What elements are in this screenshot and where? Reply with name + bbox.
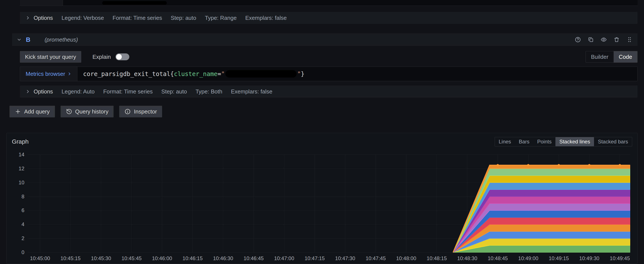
svg-text:0: 0 [22, 249, 24, 255]
panel-title: Graph [12, 138, 29, 145]
svg-text:10:46:30: 10:46:30 [213, 256, 233, 261]
query-b-editor: Metrics browser core_parsigdb_exit_total… [20, 66, 638, 81]
query-a-cropped-editor [20, 0, 638, 6]
query-ref-id: B [26, 36, 30, 43]
graph-canvas[interactable]: 0246810121410:45:0010:45:1510:45:3010:45… [12, 147, 632, 264]
svg-text:6: 6 [22, 207, 24, 213]
metric-name: core_parsigdb_exit_total [83, 70, 170, 77]
svg-text:2: 2 [22, 235, 24, 241]
svg-text:4: 4 [22, 221, 24, 227]
chevron-down-icon[interactable] [17, 37, 22, 42]
mode-points[interactable]: Points [533, 137, 556, 146]
graph-mode-group: Lines Bars Points Stacked lines Stacked … [495, 137, 632, 146]
svg-text:10:49:15: 10:49:15 [549, 256, 569, 261]
option-summary-type: Type: Range [205, 15, 237, 21]
svg-text:10:48:30: 10:48:30 [457, 256, 477, 261]
close-brace: } [301, 70, 304, 77]
option-summary-exemplars: Exemplars: false [231, 88, 272, 95]
svg-text:10:45:30: 10:45:30 [91, 256, 111, 261]
promql-input[interactable]: core_parsigdb_exit_total{cluster_name=""… [77, 67, 310, 81]
svg-text:10:49:00: 10:49:00 [518, 256, 538, 261]
option-summary-format: Format: Time series [103, 88, 153, 95]
info-icon [124, 108, 131, 115]
trash-icon[interactable] [614, 36, 620, 43]
option-summary-legend: Legend: Auto [62, 88, 94, 95]
query-history-button[interactable]: Query history [60, 106, 114, 117]
explain-toggle[interactable] [116, 53, 129, 60]
editor-mode-group: Builder Code [586, 51, 638, 63]
actions-row: Add query Query history Inspector [10, 106, 638, 117]
datasource-name: (prometheus) [44, 36, 78, 43]
toggle-knob [116, 54, 122, 60]
equals-sign: = [218, 70, 221, 77]
query-history-label: Query history [75, 108, 109, 115]
svg-text:10:47:15: 10:47:15 [304, 256, 324, 261]
svg-text:10:48:00: 10:48:00 [396, 256, 416, 261]
code-mode-button[interactable]: Code [614, 51, 637, 62]
query-a-options-toggle[interactable]: Options [26, 15, 53, 21]
option-summary-type: Type: Both [196, 88, 222, 95]
query-a-metrics-browser-stub [20, 0, 63, 5]
plus-icon [15, 108, 21, 115]
kick-start-button[interactable]: Kick start your query [20, 51, 81, 63]
history-icon [66, 108, 72, 115]
svg-text:8: 8 [22, 194, 24, 199]
close-quote: " [297, 70, 301, 77]
add-query-button[interactable]: Add query [10, 106, 55, 117]
eye-icon[interactable] [600, 36, 607, 43]
metrics-browser-label: Metrics browser [26, 71, 65, 77]
label-name: cluster_name [174, 70, 218, 77]
svg-text:12: 12 [18, 166, 24, 171]
builder-mode-button[interactable]: Builder [586, 51, 614, 62]
options-label: Options [34, 15, 53, 21]
graph-panel-header: Graph Lines Bars Points Stacked lines St… [12, 137, 632, 147]
svg-text:10:48:45: 10:48:45 [488, 256, 508, 261]
redacted-cluster-name [226, 70, 296, 77]
svg-text:10:45:45: 10:45:45 [122, 256, 142, 261]
svg-text:10:45:15: 10:45:15 [60, 256, 80, 261]
explain-label: Explain [92, 54, 111, 60]
svg-text:10:49:45: 10:49:45 [610, 256, 630, 261]
options-label: Options [34, 88, 53, 95]
svg-text:10:47:30: 10:47:30 [335, 256, 355, 261]
query-b-header: B (prometheus) [12, 33, 638, 46]
query-b-options-row: Options Legend: Auto Format: Time series… [20, 85, 638, 98]
svg-text:10:46:45: 10:46:45 [244, 256, 264, 261]
mode-lines[interactable]: Lines [495, 137, 515, 146]
option-summary-exemplars: Exemplars: false [245, 15, 287, 21]
open-quote: " [221, 70, 225, 77]
svg-text:10:48:15: 10:48:15 [427, 256, 447, 261]
svg-text:10: 10 [18, 180, 24, 185]
option-summary-legend: Legend: Verbose [62, 15, 104, 21]
chevron-right-icon [26, 15, 30, 20]
mode-stacked-lines[interactable]: Stacked lines [556, 137, 594, 146]
add-query-label: Add query [24, 108, 50, 115]
copy-icon[interactable] [588, 36, 594, 43]
option-summary-format: Format: Time series [112, 15, 162, 21]
svg-text:10:45:00: 10:45:00 [30, 256, 50, 261]
chevron-right-icon [67, 72, 72, 76]
mode-stacked-bars[interactable]: Stacked bars [594, 137, 632, 146]
option-summary-step: Step: auto [171, 15, 196, 21]
svg-text:10:46:00: 10:46:00 [152, 256, 172, 261]
inspector-label: Inspector [134, 108, 157, 115]
svg-text:10:46:15: 10:46:15 [182, 256, 202, 261]
graph-panel: Graph Lines Bars Points Stacked lines St… [6, 133, 638, 264]
open-brace: { [170, 70, 174, 77]
svg-text:10:49:30: 10:49:30 [579, 256, 600, 261]
svg-text:14: 14 [18, 152, 24, 157]
option-summary-step: Step: auto [162, 88, 187, 95]
query-a-redacted-value [102, 1, 167, 5]
drag-handle-icon[interactable] [626, 36, 633, 43]
svg-text:10:47:00: 10:47:00 [274, 256, 294, 261]
metrics-browser-button[interactable]: Metrics browser [20, 67, 77, 81]
help-icon[interactable] [574, 36, 581, 43]
svg-text:10:47:45: 10:47:45 [366, 256, 386, 261]
chevron-right-icon [26, 89, 30, 94]
inspector-button[interactable]: Inspector [119, 106, 162, 117]
query-b-toolbar: Kick start your query Explain Builder Co… [20, 51, 638, 63]
mode-bars[interactable]: Bars [515, 137, 533, 146]
query-b-options-toggle[interactable]: Options [26, 88, 53, 95]
query-a-options-row: Options Legend: Verbose Format: Time ser… [20, 12, 638, 24]
